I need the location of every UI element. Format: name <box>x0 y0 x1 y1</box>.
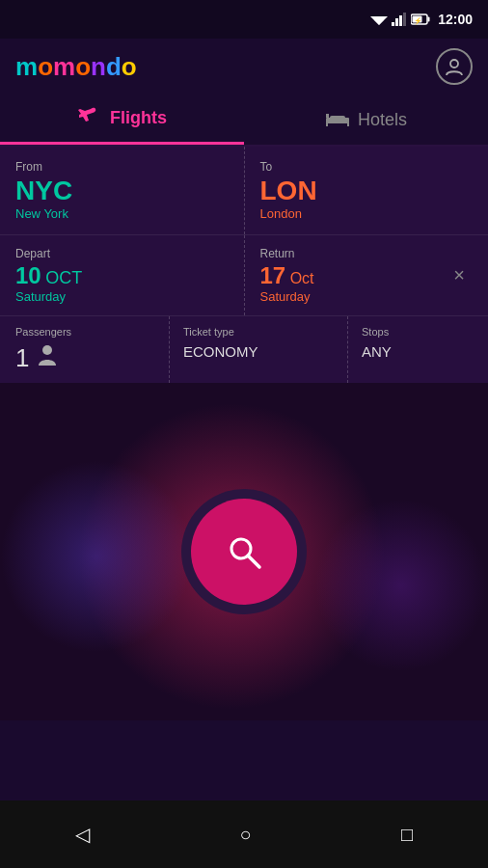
from-city: New York <box>15 206 229 221</box>
svg-line-18 <box>248 556 259 567</box>
passengers-label: Passengers <box>15 326 153 338</box>
from-field[interactable]: From NYC New York <box>0 147 245 234</box>
svg-rect-15 <box>347 123 349 126</box>
ticket-type-field[interactable]: Ticket type ECONOMY <box>170 316 348 383</box>
search-button[interactable] <box>181 489 307 614</box>
battery-icon: ⚡ <box>411 14 430 25</box>
depart-field[interactable]: Depart 10 OCT Saturday <box>0 235 245 315</box>
ticket-type-label: Ticket type <box>183 326 334 338</box>
home-button[interactable]: ○ <box>239 824 251 846</box>
back-button[interactable]: ◁ <box>75 823 90 846</box>
depart-label: Depart <box>15 247 229 260</box>
wifi-icon <box>370 13 388 26</box>
search-button-inner <box>191 499 297 605</box>
return-dayofweek: Saturday <box>260 289 314 304</box>
tab-hotels[interactable]: Hotels <box>244 95 488 145</box>
flights-icon <box>77 106 102 130</box>
flights-tab-label: Flights <box>110 108 167 128</box>
passengers-field[interactable]: Passengers 1 <box>0 316 170 383</box>
svg-rect-7 <box>428 17 430 22</box>
gradient-blob-3 <box>314 499 488 672</box>
svg-rect-13 <box>330 116 345 120</box>
user-icon <box>444 56 465 77</box>
svg-rect-12 <box>326 122 349 123</box>
status-time: 12:00 <box>438 12 473 27</box>
return-day: 17 <box>260 262 286 288</box>
plane-icon <box>77 106 102 125</box>
svg-rect-14 <box>326 123 328 126</box>
hotels-icon <box>325 108 350 132</box>
header: momondo <box>0 39 488 95</box>
from-to-row: From NYC New York To LON London <box>0 147 488 234</box>
gradient-blob-2 <box>0 460 193 653</box>
to-label: To <box>260 160 474 174</box>
svg-point-16 <box>42 345 52 355</box>
svg-point-10 <box>450 60 458 68</box>
signal-icon <box>392 13 407 26</box>
bottom-nav: ◁ ○ □ <box>0 800 488 868</box>
status-icons: ⚡ 12:00 <box>370 12 473 27</box>
svg-marker-1 <box>374 20 384 25</box>
svg-text:⚡: ⚡ <box>414 16 422 25</box>
options-row: Passengers 1 Ticket type ECONOMY Stops A… <box>0 315 488 383</box>
passengers-count: 1 <box>15 343 29 373</box>
hotels-tab-label: Hotels <box>358 110 407 130</box>
person-icon <box>37 344 58 373</box>
stops-value: ANY <box>362 343 474 360</box>
svg-rect-4 <box>399 15 402 26</box>
svg-rect-5 <box>403 13 406 26</box>
svg-rect-2 <box>392 22 394 26</box>
search-icon <box>225 532 263 571</box>
to-city: London <box>260 206 474 221</box>
date-row: Depart 10 OCT Saturday Return 17 Oct Sat… <box>0 234 488 315</box>
depart-dayofweek: Saturday <box>15 289 229 304</box>
depart-day: 10 <box>15 262 41 288</box>
ticket-type-value: ECONOMY <box>183 343 334 360</box>
depart-month: OCT <box>45 268 82 287</box>
person-svg <box>37 344 58 367</box>
clear-return-button[interactable]: × <box>446 260 473 290</box>
search-button-wrap <box>181 489 307 614</box>
stops-label: Stops <box>362 326 474 338</box>
status-bar: ⚡ 12:00 <box>0 0 488 39</box>
svg-rect-3 <box>395 18 398 26</box>
from-code: NYC <box>15 176 229 206</box>
nav-tabs: Flights Hotels <box>0 95 488 147</box>
profile-button[interactable] <box>436 48 473 85</box>
logo: momondo <box>15 52 137 82</box>
passengers-value-row: 1 <box>15 343 153 373</box>
return-label: Return <box>260 247 314 260</box>
return-field[interactable]: Return 17 Oct Saturday × <box>245 235 489 315</box>
return-month: Oct <box>290 270 314 286</box>
gradient-area <box>0 383 488 720</box>
recent-button[interactable]: □ <box>401 824 413 846</box>
stops-field[interactable]: Stops ANY <box>348 316 488 383</box>
to-field[interactable]: To LON London <box>245 147 489 234</box>
bed-icon <box>325 108 350 127</box>
to-code: LON <box>260 176 474 206</box>
from-label: From <box>15 160 229 174</box>
form-section: From NYC New York To LON London Depart 1… <box>0 147 488 383</box>
tab-flights[interactable]: Flights <box>0 95 244 145</box>
